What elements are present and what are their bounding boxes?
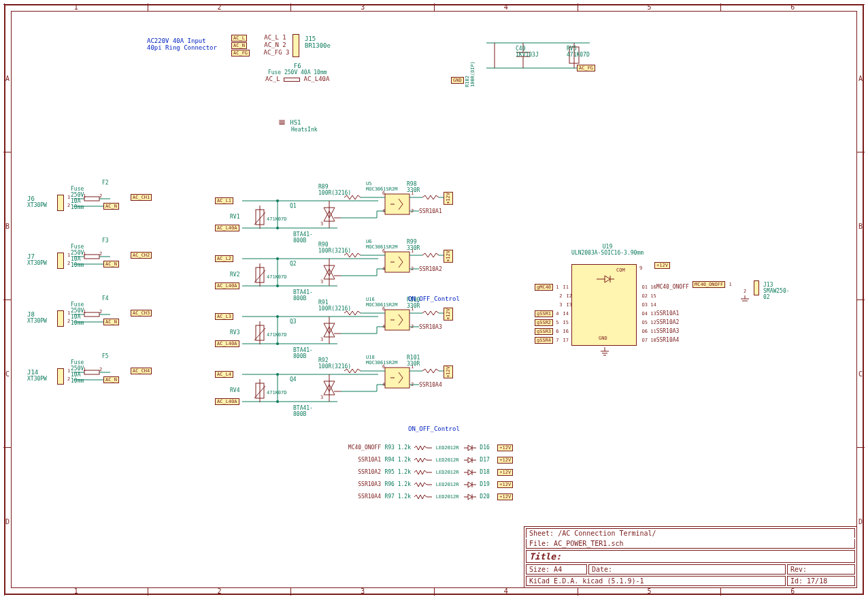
u19-chip: U19ULN2003A-SOIC16-3.90mm COM GND 9 +12V… — [537, 244, 644, 256]
header-note: AC220V 40A Input 40pi Ring Connector — [147, 38, 217, 52]
svg-point-79 — [276, 373, 279, 376]
rc-snubber: GND R102 100R(DIP) C401KV103J RV5471K07D… — [451, 37, 597, 84]
netlabel-ac-fg: AC_FG — [231, 50, 250, 56]
netlabel-gnd: GND — [451, 77, 464, 84]
svg-rect-82 — [385, 368, 410, 388]
svg-rect-48 — [385, 252, 410, 272]
svg-rect-18 — [84, 312, 99, 317]
netlabel-ac-l: AC_L — [231, 35, 247, 42]
j13-connector: MC40_ONOFF 1 2 J13SMAW250-02 — [692, 280, 732, 288]
netlabel-mc40: MC40_ONOFF — [692, 281, 725, 288]
svg-rect-31 — [385, 194, 410, 214]
svg-rect-65 — [385, 310, 410, 330]
led-row-4: SSR10A4 R97 1.2k LED2012R D20 +12V — [341, 493, 513, 500]
onoff-label1: ON_OFF_Control — [408, 295, 460, 302]
svg-point-28 — [276, 199, 279, 202]
j15-val: BR1300e — [305, 42, 331, 49]
svg-point-46 — [276, 285, 279, 287]
heatsink: ШШ HS1 HeatsInk — [279, 119, 318, 133]
svg-point-63 — [276, 342, 279, 345]
led-row-1: SSR10A1 R94 1.2k LED2012R D17 +12V — [341, 456, 513, 464]
ruler-top: 123 456 — [4, 3, 864, 12]
led-row-0: MC40_ONOFF R93 1.2k LED2012R D16 +12V — [341, 444, 513, 451]
f6-fuse: F6 Fuse 250V 40A 10mm AC_L AC_L40A — [265, 63, 329, 82]
svg-point-62 — [276, 315, 279, 318]
title-gen: KiCad E.D.A. kicad (5.1.9)-1 — [526, 576, 786, 586]
title-rev: Rev: — [787, 564, 855, 574]
ruler-bottom: 123 456 — [4, 587, 864, 596]
title-label: Title: — [526, 550, 855, 563]
title-date: Date: — [588, 564, 786, 574]
j15-connector: AC_L AC_L 1 AC_N AC_N 2 AC_FG AC_FG 3 J1… — [231, 34, 289, 56]
title-sheet: Sheet: /AC Connection Terminal/ — [526, 528, 855, 538]
title-size: Size: A4 — [526, 564, 587, 574]
led-row-3: SSR10A3 R96 1.2k LED2012R D19 +12V — [341, 481, 513, 488]
svg-point-80 — [276, 400, 279, 403]
ruler-left: ABCD — [3, 4, 12, 595]
onoff-label2: ON_OFF_Control — [408, 425, 460, 432]
svg-rect-10 — [84, 197, 99, 201]
ruler-right: ABCD — [856, 4, 865, 595]
title-id: Id: 17/18 — [787, 576, 855, 586]
netlabel-ac-fg2: AC_FG — [577, 65, 595, 71]
led-row-2: SSR10A2 R95 1.2k LED2012R D18 +12V — [341, 468, 513, 476]
svg-point-45 — [276, 257, 279, 260]
svg-point-29 — [276, 227, 279, 229]
title-file: File: AC_POWER_TER1.sch — [526, 539, 855, 549]
title-block: Sheet: /AC Connection Terminal/ File: AC… — [524, 526, 857, 588]
netlabel-ac-n: AC_N — [231, 42, 247, 49]
svg-rect-22 — [84, 370, 99, 374]
svg-rect-14 — [84, 255, 99, 259]
j15-ref: J15 — [305, 35, 316, 42]
